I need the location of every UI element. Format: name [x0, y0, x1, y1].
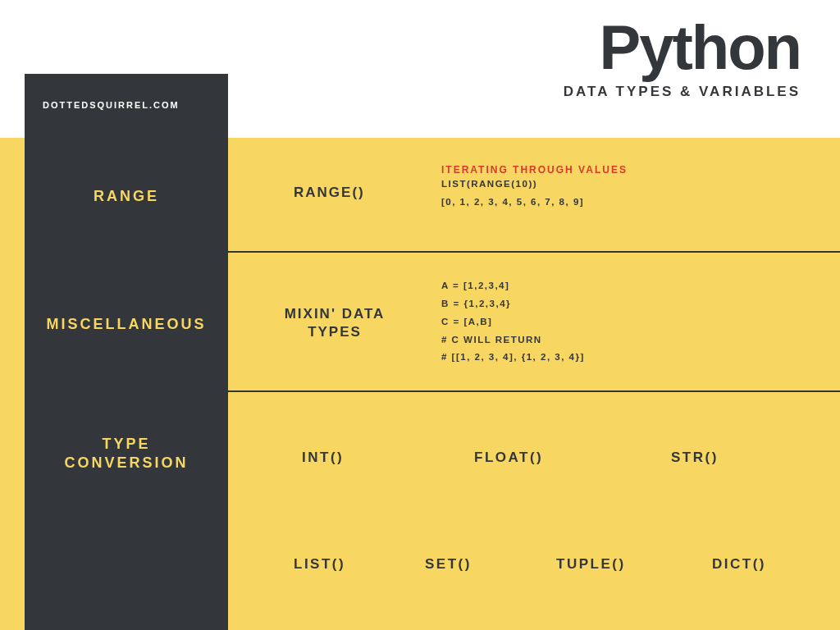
- content-area: RANGE() ITERATING THROUGH VALUES LIST(RA…: [228, 138, 840, 630]
- conv-int: INT(): [302, 450, 344, 466]
- range-func: RANGE(): [294, 184, 365, 202]
- row-misc: MIXIN' DATA TYPES A = [1,2,3,4] B = {1,2…: [228, 253, 840, 392]
- conv-dict: DICT(): [712, 556, 766, 573]
- misc-heading: MIXIN' DATA TYPES: [261, 305, 409, 341]
- sidebar-label-misc: MISCELLANEOUS: [25, 315, 228, 334]
- sidebar-label-typeconv: TYPE CONVERSION: [25, 435, 228, 473]
- row-range: RANGE() ITERATING THROUGH VALUES LIST(RA…: [228, 138, 840, 253]
- site-label: DOTTEDSQUIRREL.COM: [43, 100, 180, 110]
- misc-code-1: A = [1,2,3,4]: [441, 277, 585, 295]
- misc-code-3: C = [A,B]: [441, 313, 585, 331]
- sidebar: DOTTEDSQUIRREL.COM RANGE MISCELLANEOUS T…: [25, 74, 228, 630]
- conv-list: LIST(): [294, 556, 345, 573]
- misc-heading-2: TYPES: [308, 324, 362, 340]
- page-title: Python: [564, 16, 801, 79]
- header: Python DATA TYPES & VARIABLES: [564, 16, 801, 100]
- sidebar-label-range: RANGE: [25, 187, 228, 206]
- range-detail: ITERATING THROUGH VALUES LIST(RANGE(10))…: [441, 164, 628, 212]
- conv-str: STR(): [671, 450, 719, 466]
- range-code-2: [0, 1, 2, 3, 4, 5, 6, 7, 8, 9]: [441, 194, 628, 212]
- sidebar-label-typeconv-2: CONVERSION: [64, 454, 188, 471]
- sidebar-label-typeconv-1: TYPE: [102, 436, 150, 452]
- misc-heading-1: MIXIN' DATA: [285, 306, 386, 322]
- misc-detail: A = [1,2,3,4] B = {1,2,3,4} C = [A,B] # …: [441, 277, 585, 367]
- misc-code-5: # [[1, 2, 3, 4], {1, 2, 3, 4}]: [441, 349, 585, 367]
- conv-float: FLOAT(): [474, 450, 543, 466]
- misc-code-4: # C WILL RETURN: [441, 331, 585, 349]
- misc-code-2: B = {1,2,3,4}: [441, 295, 585, 313]
- conv-set: SET(): [425, 556, 472, 573]
- range-code-1: LIST(RANGE(10)): [441, 176, 628, 194]
- conv-tuple: TUPLE(): [556, 556, 626, 573]
- row-typeconv: INT() FLOAT() STR() LIST() SET() TUPLE()…: [228, 392, 840, 630]
- range-red-heading: ITERATING THROUGH VALUES: [441, 164, 628, 176]
- page-subtitle: DATA TYPES & VARIABLES: [564, 84, 801, 100]
